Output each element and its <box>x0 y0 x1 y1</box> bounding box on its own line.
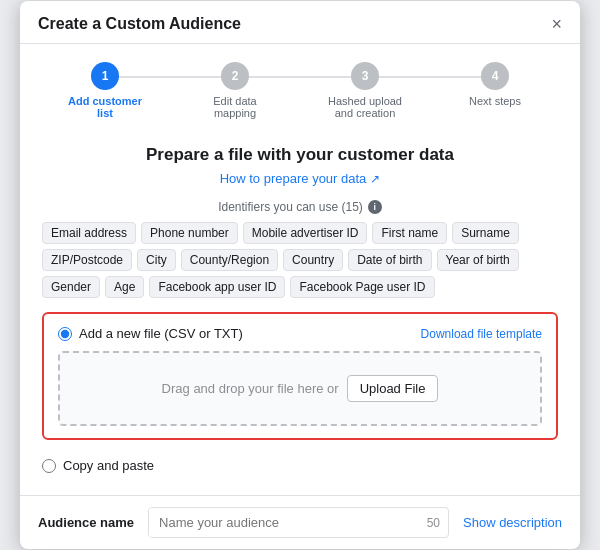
step-3-circle: 3 <box>351 62 379 90</box>
tag-fb-page-id: Facebook Page user ID <box>290 276 434 298</box>
add-new-file-radio[interactable] <box>58 327 72 341</box>
tag-zip: ZIP/Postcode <box>42 249 132 271</box>
step-4-circle: 4 <box>481 62 509 90</box>
tag-surname: Surname <box>452 222 519 244</box>
copy-paste-label[interactable]: Copy and paste <box>42 458 154 473</box>
tag-yob: Year of birth <box>437 249 519 271</box>
download-template-link[interactable]: Download file template <box>421 327 542 341</box>
modal-container: Create a Custom Audience × 1 Add custome… <box>20 1 580 549</box>
upload-section: Add a new file (CSV or TXT) Download fil… <box>42 312 558 440</box>
drop-zone[interactable]: Drag and drop your file here or Upload F… <box>58 351 542 426</box>
show-description-link[interactable]: Show description <box>463 515 562 530</box>
copy-paste-radio[interactable] <box>42 459 56 473</box>
tag-country: Country <box>283 249 343 271</box>
modal-body: Prepare a file with your customer data H… <box>20 129 580 495</box>
step-2: 2 Edit data mapping <box>170 62 300 119</box>
tag-age: Age <box>105 276 144 298</box>
stepper: 1 Add customer list 2 Edit data mapping … <box>20 44 580 129</box>
step-2-circle: 2 <box>221 62 249 90</box>
modal-footer: Audience name 50 Show description <box>20 495 580 549</box>
drop-text: Drag and drop your file here or <box>162 381 339 396</box>
upload-option-row: Add a new file (CSV or TXT) Download fil… <box>58 326 542 341</box>
identifiers-header: Identifiers you can use (15) i <box>42 200 558 214</box>
tag-phone: Phone number <box>141 222 238 244</box>
tag-dob: Date of birth <box>348 249 431 271</box>
step-2-label: Edit data mapping <box>195 95 275 119</box>
step-1-circle: 1 <box>91 62 119 90</box>
external-link-icon: ↗ <box>370 172 380 186</box>
add-new-file-label[interactable]: Add a new file (CSV or TXT) <box>58 326 243 341</box>
info-icon: i <box>368 200 382 214</box>
tag-mobile-adv: Mobile advertiser ID <box>243 222 368 244</box>
tag-fb-app-id: Facebook app user ID <box>149 276 285 298</box>
step-1-label: Add customer list <box>65 95 145 119</box>
step-4: 4 Next steps <box>430 62 560 107</box>
step-3: 3 Hashed upload and creation <box>300 62 430 119</box>
audience-name-label: Audience name <box>38 515 134 530</box>
tag-county: County/Region <box>181 249 278 271</box>
section-title: Prepare a file with your customer data <box>42 145 558 165</box>
tag-email: Email address <box>42 222 136 244</box>
audience-name-input[interactable] <box>149 508 419 537</box>
audience-input-wrapper: 50 <box>148 507 449 538</box>
modal-header: Create a Custom Audience × <box>20 1 580 44</box>
tag-gender: Gender <box>42 276 100 298</box>
copy-paste-option: Copy and paste <box>42 450 558 479</box>
step-4-label: Next steps <box>469 95 521 107</box>
step-3-label: Hashed upload and creation <box>325 95 405 119</box>
upload-file-button[interactable]: Upload File <box>347 375 439 402</box>
step-1: 1 Add customer list <box>40 62 170 119</box>
modal-title: Create a Custom Audience <box>38 15 241 33</box>
tag-first-name: First name <box>372 222 447 244</box>
tags-container: Email address Phone number Mobile advert… <box>42 222 558 298</box>
close-button[interactable]: × <box>551 15 562 33</box>
char-count: 50 <box>419 516 448 530</box>
tag-city: City <box>137 249 176 271</box>
help-link[interactable]: How to prepare your data ↗ <box>42 171 558 186</box>
